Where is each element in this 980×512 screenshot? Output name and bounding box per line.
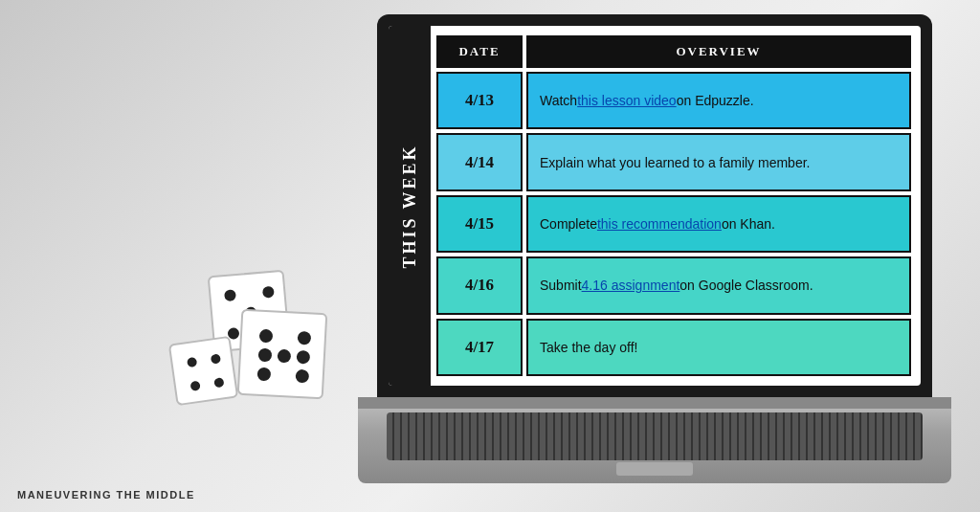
row-date-413: 4/13	[436, 72, 523, 129]
svg-point-13	[211, 353, 221, 364]
row-text-full: Take the day off!	[540, 340, 637, 355]
svg-point-6	[298, 331, 312, 345]
table-row: 4/16 Submit 4.16 assignment on Google Cl…	[436, 256, 911, 314]
table-row: 4/17 Take the day off!	[436, 319, 911, 376]
svg-point-15	[213, 377, 224, 388]
svg-point-12	[187, 357, 197, 367]
edpuzzle-link[interactable]: this lesson video	[577, 93, 677, 108]
schedule-table: 4/13 Watch this lesson video on Edpuzzle…	[436, 72, 911, 376]
row-text-full: Explain what you learned to a family mem…	[540, 155, 810, 170]
khan-link[interactable]: this recommendation	[597, 216, 722, 232]
row-text-before-link: Watch	[540, 93, 577, 108]
row-content-417: Take the day off!	[526, 319, 911, 376]
watermark-text: MANEUVERING THE MIDDLE	[17, 489, 195, 501]
laptop-hinge	[358, 397, 951, 409]
laptop: THIS WEEK DATE OVERVIEW 4/13 Watch thi	[358, 14, 951, 483]
row-text-after-link: on Edpuzzle.	[677, 93, 754, 108]
row-date-414: 4/14	[436, 133, 523, 190]
this-week-label: THIS WEEK	[400, 144, 420, 268]
row-content-416: Submit 4.16 assignment on Google Classro…	[526, 256, 911, 314]
svg-point-10	[258, 348, 273, 363]
table-area: DATE OVERVIEW 4/13 Watch this lesson vid…	[431, 26, 921, 386]
row-date-417: 4/17	[436, 319, 523, 376]
svg-point-14	[189, 381, 200, 391]
row-date-416: 4/16	[436, 256, 523, 314]
row-date-415: 4/15	[436, 195, 523, 253]
table-row: 4/14 Explain what you learned to a famil…	[436, 133, 911, 190]
row-content-413: Watch this lesson video on Edpuzzle.	[526, 72, 911, 129]
svg-point-5	[259, 329, 274, 344]
table-row: 4/15 Complete this recommendation on Kha…	[436, 195, 911, 253]
svg-point-0	[224, 289, 236, 301]
row-content-414: Explain what you learned to a family mem…	[526, 133, 911, 190]
this-week-sidebar: THIS WEEK	[389, 26, 431, 386]
dice-decoration	[153, 177, 345, 426]
laptop-base	[358, 397, 951, 483]
header-date: DATE	[436, 35, 523, 68]
row-text-after-link: on Google Classroom.	[679, 278, 813, 293]
row-text-after-link: on Khan.	[722, 216, 775, 232]
laptop-screen: THIS WEEK DATE OVERVIEW 4/13 Watch thi	[389, 26, 921, 386]
table-row: 4/13 Watch this lesson video on Edpuzzle…	[436, 72, 911, 129]
svg-point-9	[295, 369, 309, 384]
svg-point-7	[278, 349, 292, 364]
table-header: DATE OVERVIEW	[436, 35, 911, 68]
keyboard	[387, 412, 923, 460]
svg-point-8	[257, 367, 272, 382]
header-overview: OVERVIEW	[526, 35, 911, 68]
svg-point-4	[262, 286, 275, 299]
assignment-link[interactable]: 4.16 assignment	[582, 278, 680, 293]
svg-point-11	[297, 350, 311, 365]
row-text-before-link: Complete	[540, 216, 597, 232]
row-content-415: Complete this recommendation on Khan.	[526, 195, 911, 253]
laptop-screen-bezel: THIS WEEK DATE OVERVIEW 4/13 Watch thi	[377, 14, 932, 397]
touchpad	[616, 462, 693, 476]
row-text-before-link: Submit	[540, 278, 582, 293]
